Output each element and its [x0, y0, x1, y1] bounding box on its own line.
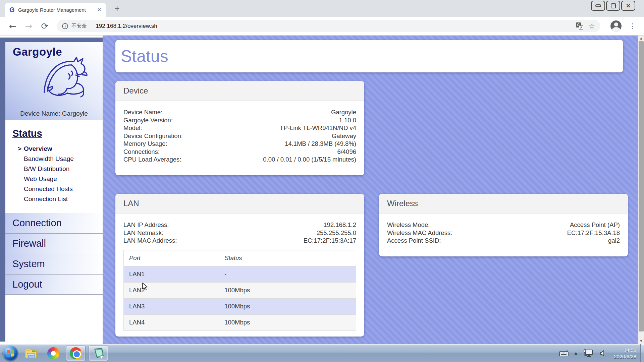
- gargoyle-favicon-icon: G: [9, 6, 17, 14]
- device-panel-title: Device: [115, 81, 364, 101]
- input-method-keyboard-icon[interactable]: [559, 350, 569, 356]
- wireless-row: Wireless Mode:Access Point (AP): [387, 221, 620, 229]
- column-header-status: Status: [219, 250, 356, 266]
- back-button[interactable]: ←: [9, 21, 16, 31]
- sidebar-status-title[interactable]: Status: [12, 128, 103, 139]
- pinwheel-browser-icon: [47, 347, 59, 359]
- sidebar: Gargoyle: [0, 36, 103, 344]
- row-label: Device Name:: [123, 108, 162, 116]
- sidebar-item-web-usage[interactable]: Web Usage: [12, 174, 103, 184]
- row-label: LAN Netmask:: [123, 229, 163, 237]
- sidebar-section-firewall[interactable]: Firewall: [0, 233, 103, 254]
- volume-icon[interactable]: [599, 350, 607, 357]
- clock-date: 2020/6/28: [614, 353, 636, 360]
- vertical-scrollbar[interactable]: ▲ ▼: [638, 36, 644, 344]
- sidebar-item-overview[interactable]: >Overview: [12, 144, 103, 154]
- lan-row: LAN MAC Address:EC:17:2F:15:3A:17: [123, 237, 356, 245]
- explorer-taskbar-button[interactable]: [21, 346, 41, 361]
- row-label: Connections:: [123, 148, 160, 156]
- port-cell: LAN3: [124, 298, 219, 314]
- row-value: 14.1MB / 28.3MB (49.8%): [285, 140, 356, 148]
- row-value: TP-Link TL-WR941N/ND v4: [280, 124, 356, 132]
- chrome-taskbar-button[interactable]: [66, 346, 86, 361]
- status-cell: 100Mbps: [219, 314, 356, 330]
- tab-close-icon[interactable]: ✕: [96, 6, 103, 13]
- omnibox-separator: [91, 23, 91, 29]
- row-value: EC:17:2F:15:3A:18: [567, 229, 620, 237]
- main-area: Status Device Device Name:Gargoyle Gargo…: [103, 36, 644, 344]
- row-value: EC:17:2F:15:3A:17: [304, 237, 356, 245]
- restore-button[interactable]: [606, 1, 620, 11]
- row-value: 6/4096: [337, 148, 356, 156]
- start-button[interactable]: [3, 346, 18, 361]
- tray-expand-icon[interactable]: ▲: [575, 351, 577, 355]
- notepad-taskbar-button[interactable]: [89, 346, 108, 361]
- sidebar-section-system[interactable]: System: [0, 254, 103, 274]
- page-content: Gargoyle: [0, 36, 644, 344]
- port-cell: LAN2: [124, 282, 219, 298]
- windows-logo-icon: [7, 350, 14, 357]
- device-row: CPU Load Averages:0.00 / 0.01 / 0.00 (1/…: [123, 156, 356, 164]
- device-name-caption: Device Name: Gargoyle: [5, 110, 103, 117]
- table-row: LAN4 100Mbps: [124, 314, 356, 330]
- browser-360-taskbar-button[interactable]: [44, 346, 63, 361]
- address-bar[interactable]: i 不安全 192.168.1.2/overview.sh G A ☆: [57, 20, 600, 32]
- row-value: Gateway: [332, 132, 356, 140]
- row-label: CPU Load Averages:: [123, 156, 181, 164]
- page-title: Status: [115, 47, 168, 66]
- close-icon: ✕: [626, 2, 631, 9]
- gargoyle-logo-icon: [36, 55, 93, 105]
- sidebar-item-bw-distribution[interactable]: B/W Distribution: [12, 164, 103, 174]
- minimize-button[interactable]: [591, 1, 605, 11]
- bookmark-star-icon[interactable]: ☆: [589, 22, 595, 30]
- scrollbar-down-icon[interactable]: ▼: [638, 338, 644, 344]
- row-label: Model:: [123, 124, 142, 132]
- scrollbar-up-icon[interactable]: ▲: [638, 36, 644, 41]
- show-desktop-button[interactable]: [640, 344, 644, 362]
- sidebar-section-status: Status >Overview Bandwidth Usage B/W Dis…: [0, 128, 103, 204]
- network-icon[interactable]: [583, 349, 593, 357]
- scrollbar-thumb[interactable]: [639, 41, 644, 331]
- reload-button[interactable]: ⟳: [41, 21, 49, 31]
- sidebar-section-connection[interactable]: Connection: [0, 213, 103, 233]
- clock-time: 14:58: [614, 347, 636, 353]
- chrome-icon: [70, 347, 82, 359]
- page-info-icon[interactable]: i: [62, 23, 68, 29]
- close-button[interactable]: ✕: [621, 1, 635, 11]
- row-label: Wireless Mode:: [387, 221, 430, 229]
- lan-port-table: Port Status LAN1 - LAN2 100Mbps LAN3: [123, 250, 356, 331]
- wireless-panel: Wireless Wireless Mode:Access Point (AP)…: [379, 194, 628, 256]
- row-value: 192.168.1.2: [323, 221, 356, 229]
- port-cell: LAN1: [124, 266, 219, 282]
- profile-avatar[interactable]: [610, 20, 622, 32]
- device-panel: Device Device Name:Gargoyle Gargoyle Ver…: [115, 81, 364, 175]
- screen: G Gargoyle Router Management ✕ + ✕ ← → ⟳…: [0, 0, 644, 362]
- forward-button[interactable]: →: [25, 21, 33, 31]
- sidebar-item-connected-hosts[interactable]: Connected Hosts: [12, 184, 103, 194]
- sidebar-section-logout[interactable]: Logout: [0, 274, 103, 295]
- translate-icon[interactable]: G A: [576, 22, 583, 30]
- new-tab-button[interactable]: +: [112, 3, 122, 14]
- sidebar-header-frame: Gargoyle: [0, 38, 103, 120]
- row-value: 255.255.255.0: [317, 229, 356, 237]
- url-text[interactable]: 192.168.1.2/overview.sh: [96, 23, 157, 29]
- row-label: Access Point SSID:: [387, 237, 441, 245]
- browser-menu-icon[interactable]: ⋮: [629, 22, 636, 30]
- table-row: LAN2 100Mbps: [124, 282, 356, 298]
- system-tray: ▲ 14:58 2020/6/28: [556, 344, 644, 362]
- mouse-cursor: [142, 283, 149, 291]
- sidebar-frame-strip: [0, 38, 5, 342]
- status-cell: -: [219, 266, 356, 282]
- device-row: Gargoyle Version:1.10.0: [123, 116, 356, 124]
- row-label: Wireless MAC Address:: [387, 229, 452, 237]
- row-label: Device Configuration:: [123, 132, 183, 140]
- sidebar-item-bandwidth-usage[interactable]: Bandwidth Usage: [12, 154, 103, 164]
- minimize-icon: [595, 4, 601, 7]
- active-marker: >: [18, 145, 21, 152]
- table-header-row: Port Status: [124, 250, 356, 266]
- lan-panel: LAN LAN IP Address:192.168.1.2 LAN Netma…: [115, 194, 364, 337]
- sidebar-item-connection-list[interactable]: Connection List: [12, 194, 103, 204]
- browser-tab[interactable]: G Gargoyle Router Management ✕: [5, 3, 106, 17]
- taskbar-clock[interactable]: 14:58 2020/6/28: [614, 347, 636, 360]
- sidebar-header: Gargoyle: [5, 42, 103, 120]
